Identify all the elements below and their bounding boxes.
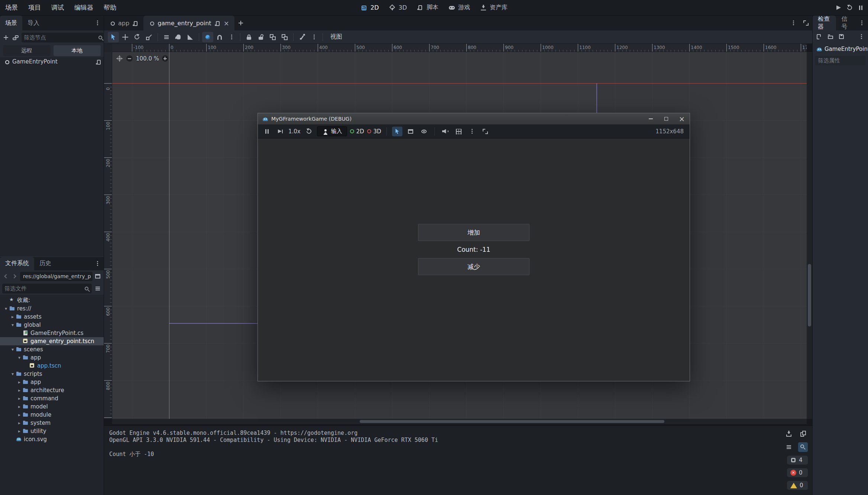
- attached-script-icon[interactable]: [95, 59, 101, 65]
- expand-arrow[interactable]: [16, 396, 22, 401]
- workspace-script-button[interactable]: 脚本: [413, 2, 442, 13]
- expand-arrow[interactable]: [16, 429, 22, 434]
- expand-arrow[interactable]: [16, 404, 22, 409]
- inspector-tab-menu[interactable]: [855, 16, 868, 30]
- file-tree-item[interactable]: 收藏:: [0, 296, 104, 305]
- file-tree-item[interactable]: system: [0, 419, 104, 427]
- scale-tool-button[interactable]: [143, 32, 155, 42]
- file-tree-item[interactable]: res://: [0, 305, 104, 313]
- file-tree-item[interactable]: game_entry_point.tscn: [0, 337, 104, 345]
- mute-audio-button[interactable]: [440, 127, 450, 136]
- file-tree-item[interactable]: app: [0, 378, 104, 386]
- back-icon[interactable]: [2, 273, 10, 280]
- inspector-dock-tab[interactable]: 信号: [836, 16, 855, 30]
- expand-arrow[interactable]: [10, 322, 16, 328]
- ungroup-button[interactable]: [279, 32, 290, 42]
- smart-snap-button[interactable]: [202, 32, 213, 42]
- vertical-scrollbar[interactable]: [807, 52, 812, 419]
- errors-badge[interactable]: × 0: [787, 468, 808, 477]
- game-options-button[interactable]: [467, 127, 477, 136]
- local-button[interactable]: 本地: [54, 45, 101, 56]
- file-tree-item[interactable]: assets: [0, 313, 104, 321]
- ruler-tool-button[interactable]: [185, 32, 196, 42]
- script-icon[interactable]: [132, 20, 138, 26]
- save-log-button[interactable]: [784, 429, 794, 439]
- inspector-dock-tab[interactable]: 检查器: [813, 16, 836, 30]
- play-icon[interactable]: [835, 4, 842, 12]
- copy-log-button[interactable]: [798, 429, 808, 439]
- menu-item[interactable]: 场景: [0, 1, 23, 14]
- list-select-button[interactable]: [161, 32, 172, 42]
- remote-button[interactable]: 远程: [3, 45, 51, 56]
- suspend-button[interactable]: [262, 127, 272, 136]
- time-scale-label[interactable]: 1.0x: [288, 128, 301, 135]
- sort-icon[interactable]: [94, 285, 101, 292]
- skeleton-button[interactable]: [297, 32, 308, 42]
- menu-item[interactable]: 调试: [46, 1, 69, 14]
- expand-arrow[interactable]: [10, 347, 16, 352]
- property-filter[interactable]: 筛选属性: [815, 56, 866, 65]
- unlock-button[interactable]: [255, 32, 266, 42]
- expand-arrow[interactable]: [16, 355, 22, 360]
- file-tree-item[interactable]: global: [0, 321, 104, 329]
- grid-snap-button[interactable]: [214, 32, 225, 42]
- script-icon[interactable]: [214, 20, 220, 26]
- workspace-2d-button[interactable]: 2D: [357, 2, 383, 13]
- view-menu-button[interactable]: 视图: [326, 32, 347, 42]
- node-select-mode-button[interactable]: [392, 127, 402, 136]
- select-list-button[interactable]: [405, 127, 416, 136]
- debug-draw-button[interactable]: [453, 127, 464, 136]
- 2d-mode-button[interactable]: 2D: [350, 128, 364, 135]
- file-tree-item[interactable]: model: [0, 403, 104, 411]
- workspace-assetlib-button[interactable]: 资产库: [476, 2, 511, 13]
- new-resource-icon[interactable]: [816, 33, 823, 40]
- zoom-in-button[interactable]: [162, 55, 169, 62]
- snap-options-button[interactable]: [226, 32, 237, 42]
- forward-icon[interactable]: [11, 273, 19, 280]
- skeleton-options-button[interactable]: [308, 32, 320, 42]
- increase-button[interactable]: 增加: [418, 224, 529, 241]
- file-tree-item[interactable]: command: [0, 394, 104, 403]
- tab-game-entry-point[interactable]: game_entry_point ×: [143, 16, 234, 30]
- menu-item[interactable]: 编辑器: [69, 1, 98, 14]
- scene-tree-node-gameentrypoint[interactable]: GameEntryPoint: [0, 57, 104, 66]
- zoom-level[interactable]: 100.0 %: [136, 55, 159, 62]
- filesystem-dock-tab[interactable]: 历史: [34, 257, 56, 270]
- new-scene-tab-button[interactable]: [234, 16, 247, 30]
- pause-icon[interactable]: [857, 4, 864, 12]
- expand-arrow[interactable]: [16, 388, 22, 393]
- reset-time-scale-button[interactable]: [304, 127, 314, 136]
- input-mode-button[interactable]: 输入: [317, 126, 347, 136]
- close-icon[interactable]: ×: [224, 19, 229, 27]
- scene-tabs-menu[interactable]: [787, 16, 800, 30]
- next-frame-button[interactable]: [275, 127, 285, 136]
- decrease-button[interactable]: 减少: [418, 258, 529, 275]
- maximize-button[interactable]: [658, 113, 674, 124]
- expand-arrow[interactable]: [16, 380, 22, 385]
- inspector-menu-icon[interactable]: [858, 33, 865, 40]
- dock-tab[interactable]: 导入: [22, 16, 45, 30]
- dock-tab[interactable]: 场景: [0, 16, 22, 30]
- visibility-button[interactable]: [419, 127, 429, 136]
- 3d-mode-button[interactable]: 3D: [367, 128, 381, 135]
- horizontal-scrollbar[interactable]: [112, 419, 807, 424]
- scene-filter-input[interactable]: [24, 34, 96, 41]
- path-field[interactable]: res://global/game_entry_p: [20, 272, 93, 281]
- scrollbar-thumb[interactable]: [808, 264, 811, 326]
- expand-arrow[interactable]: [10, 371, 16, 377]
- file-tree-item[interactable]: icon.svg: [0, 435, 104, 443]
- warnings-badge[interactable]: 0: [787, 481, 808, 490]
- file-tree-item[interactable]: app.tscn: [0, 362, 104, 370]
- file-filter-input[interactable]: [4, 285, 82, 292]
- game-window-titlebar[interactable]: MyGFrameworkGame (DEBUG) ×: [258, 113, 690, 124]
- dock-tab-menu[interactable]: [91, 16, 104, 30]
- file-tree-item[interactable]: scenes: [0, 345, 104, 354]
- restart-icon[interactable]: [846, 4, 853, 12]
- instance-scene-icon[interactable]: [12, 34, 19, 41]
- rotate-tool-button[interactable]: [132, 32, 143, 42]
- menu-item[interactable]: 项目: [23, 1, 46, 14]
- workspace-game-button[interactable]: 游戏: [444, 2, 474, 13]
- file-tree-item[interactable]: scripts: [0, 370, 104, 378]
- file-tree-item[interactable]: utility: [0, 427, 104, 435]
- log-filter-button[interactable]: [784, 442, 794, 452]
